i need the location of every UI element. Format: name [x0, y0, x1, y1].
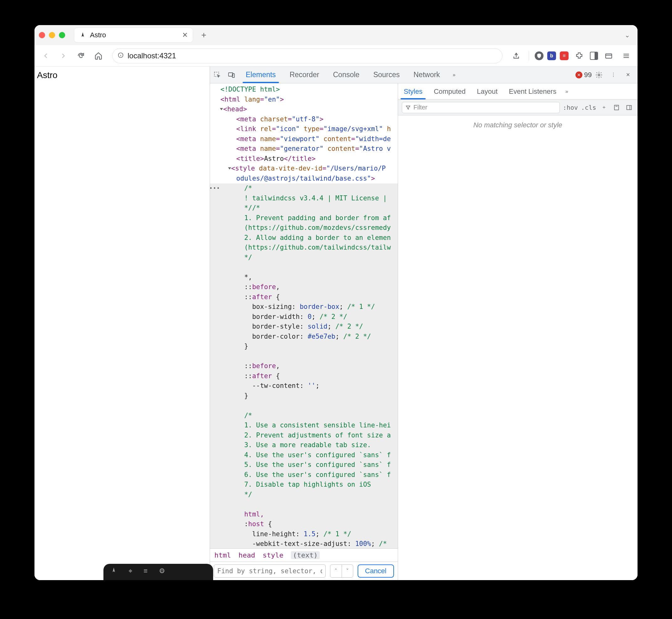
- extensions-button[interactable]: [572, 49, 586, 63]
- styles-empty-state: No matching selector or style: [398, 116, 638, 580]
- devtools: Elements Recorder Console Sources Networ…: [210, 66, 638, 580]
- window-controls: [39, 32, 65, 38]
- page-heading: Astro: [37, 70, 57, 80]
- tab-sources[interactable]: Sources: [366, 66, 406, 83]
- devtools-tabbar: Elements Recorder Console Sources Networ…: [210, 66, 638, 83]
- tab-layout[interactable]: Layout: [471, 83, 503, 99]
- new-style-rule-icon[interactable]: ＋: [599, 104, 609, 111]
- brave-shields-icon[interactable]: [535, 52, 543, 60]
- hov-toggle[interactable]: :hov: [563, 104, 578, 111]
- dom-tree[interactable]: <!DOCTYPE html> <html lang="en"> <head> …: [210, 83, 398, 548]
- inspect-element-icon[interactable]: [210, 68, 224, 82]
- astro-toolbar-settings-icon[interactable]: ⚙: [159, 567, 165, 575]
- error-count-badge[interactable]: ✕ 99: [576, 71, 592, 79]
- tab-overflow-button[interactable]: ⌄: [625, 31, 630, 39]
- expand-ellipsis-icon[interactable]: •••: [210, 185, 220, 192]
- sidebar-toggle-button[interactable]: [590, 52, 598, 60]
- error-icon: ✕: [576, 71, 582, 78]
- new-tab-button[interactable]: +: [199, 30, 209, 40]
- app-menu-button[interactable]: [619, 49, 633, 63]
- url-text: localhost:4321: [128, 52, 176, 60]
- error-count: 99: [584, 71, 592, 79]
- elements-panel: <!DOCTYPE html> <html lang="en"> <head> …: [210, 83, 398, 580]
- svg-point-5: [598, 74, 600, 76]
- address-bar[interactable]: localhost:4321: [112, 48, 503, 63]
- svg-rect-7: [627, 106, 631, 110]
- selected-text-node: ••• /* ! tailwindcss v3.4.4 | MIT Licens…: [210, 184, 398, 548]
- wallet-button[interactable]: [602, 49, 616, 63]
- crumb-text[interactable]: (text): [291, 551, 319, 559]
- tab-network[interactable]: Network: [406, 66, 447, 83]
- tab-elements[interactable]: Elements: [239, 66, 283, 83]
- astro-favicon-icon: [79, 32, 86, 39]
- forward-button[interactable]: [56, 49, 70, 63]
- computed-sidebar-icon[interactable]: [612, 105, 621, 111]
- cls-toggle[interactable]: .cls: [581, 104, 596, 111]
- tab-title: Astro: [90, 31, 178, 39]
- tab-styles[interactable]: Styles: [398, 83, 428, 99]
- page-viewport: Astro: [34, 66, 210, 580]
- browser-tab[interactable]: Astro ✕: [74, 27, 193, 43]
- svg-rect-4: [232, 74, 234, 77]
- tabstrip: Astro ✕ + ⌄: [34, 25, 638, 45]
- dom-search-bar: ˄ ˅ Cancel: [210, 562, 398, 580]
- astro-toolbar-inspect-icon[interactable]: ⌖: [129, 567, 132, 575]
- device-toolbar-icon[interactable]: [224, 68, 239, 82]
- astro-toolbar-logo-icon[interactable]: [110, 567, 117, 576]
- svg-rect-1: [606, 54, 612, 58]
- tab-console[interactable]: Console: [326, 66, 366, 83]
- crumb-html[interactable]: html: [214, 551, 231, 559]
- bitwarden-extension-icon[interactable]: b: [547, 52, 556, 60]
- tab-recorder[interactable]: Recorder: [283, 66, 326, 83]
- search-cancel-button[interactable]: Cancel: [358, 564, 394, 577]
- dom-breadcrumbs[interactable]: html head style (text): [210, 548, 398, 562]
- share-button[interactable]: [509, 49, 523, 63]
- site-info-icon[interactable]: [118, 52, 124, 60]
- search-next-icon[interactable]: ˅: [342, 565, 353, 577]
- astro-dev-toolbar[interactable]: ⌖ ≡ ⚙: [103, 564, 213, 580]
- devtools-more-icon[interactable]: ⋮: [606, 68, 620, 82]
- astro-toolbar-audit-icon[interactable]: ≡: [144, 567, 148, 575]
- filter-icon: [405, 105, 411, 111]
- minimize-window-button[interactable]: [49, 32, 55, 38]
- close-window-button[interactable]: [39, 32, 45, 38]
- close-tab-icon[interactable]: ✕: [182, 31, 188, 39]
- dom-search-input[interactable]: [214, 564, 326, 577]
- tab-event-listeners[interactable]: Event Listeners: [503, 83, 562, 99]
- more-tabs-icon[interactable]: »: [447, 68, 461, 82]
- devtools-close-icon[interactable]: ✕: [620, 68, 635, 82]
- toggle-sidebar-icon[interactable]: [624, 105, 634, 111]
- crumb-style[interactable]: style: [263, 551, 283, 559]
- styles-panel: Styles Computed Layout Event Listeners »…: [398, 83, 638, 580]
- svg-rect-6: [614, 105, 618, 110]
- todoist-extension-icon[interactable]: ≡: [560, 52, 569, 60]
- styles-filter-input[interactable]: Filter: [402, 102, 560, 113]
- filter-placeholder: Filter: [414, 104, 427, 111]
- content-area: Astro Elements Recorder Console Sources …: [34, 66, 638, 580]
- browser-window: Astro ✕ + ⌄ localhost:4321 b ≡ Astro: [34, 25, 638, 580]
- devtools-settings-icon[interactable]: [592, 68, 606, 82]
- toolbar: localhost:4321 b ≡: [34, 45, 638, 66]
- styles-filter-row: Filter :hov .cls ＋: [398, 100, 638, 116]
- more-styles-tabs-icon[interactable]: »: [562, 89, 572, 94]
- reload-button[interactable]: [74, 49, 88, 63]
- search-prev-icon[interactable]: ˄: [330, 565, 342, 577]
- back-button[interactable]: [39, 49, 53, 63]
- maximize-window-button[interactable]: [59, 32, 65, 38]
- search-step-controls: ˄ ˅: [330, 564, 353, 577]
- home-button[interactable]: [91, 49, 105, 63]
- styles-tabbar: Styles Computed Layout Event Listeners »: [398, 83, 638, 100]
- crumb-head[interactable]: head: [238, 551, 255, 559]
- tab-computed[interactable]: Computed: [428, 83, 471, 99]
